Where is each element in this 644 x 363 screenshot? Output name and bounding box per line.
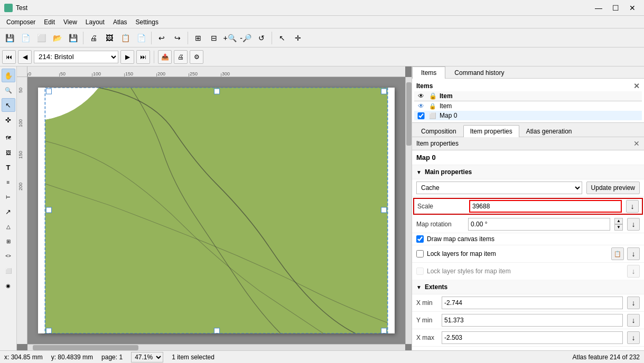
lock-layers-browse-btn[interactable]: 📋 xyxy=(611,247,624,260)
menu-atlas[interactable]: Atlas xyxy=(109,17,132,27)
canvas-scroll-v[interactable] xyxy=(405,77,412,344)
export-pdf-btn[interactable]: 📄 xyxy=(134,31,148,45)
ruler-corner xyxy=(17,66,27,77)
canvas-scroll-h[interactable] xyxy=(27,344,405,350)
zoom-width-btn[interactable]: ⊟ xyxy=(207,31,221,45)
atlas-export-btn[interactable]: 📤 xyxy=(158,50,172,64)
title-bar-controls[interactable]: — ☐ ✕ xyxy=(591,3,640,13)
zoom-in-btn[interactable]: +🔍 xyxy=(222,31,237,45)
menu-edit[interactable]: Edit xyxy=(40,17,59,27)
atlas-feature-select[interactable]: 214: Bristol xyxy=(34,51,118,63)
menu-layout[interactable]: Layout xyxy=(81,17,109,27)
draw-map-canvas-checkbox[interactable] xyxy=(416,235,424,243)
ymin-reset-btn[interactable]: ↓ xyxy=(627,314,640,327)
move-content-btn[interactable]: ✜ xyxy=(2,113,15,127)
zoom-out-btn[interactable]: -🔎 xyxy=(238,31,253,45)
atlas-nav-next-btn[interactable]: ▶ xyxy=(120,50,134,64)
atlas-nav-prev-btn[interactable]: ◀ xyxy=(18,50,32,64)
xmin-input[interactable] xyxy=(442,297,623,309)
atlas-nav-first-btn[interactable]: ⏮ xyxy=(2,50,16,64)
prop-panel-map-title: Map 0 xyxy=(412,150,644,165)
move-item-btn[interactable]: ✛ xyxy=(291,31,305,45)
save-toolbar-btn[interactable]: 💾 xyxy=(2,31,17,45)
pan-btn[interactable]: ✋ xyxy=(2,69,15,82)
atlas-nav-last-btn[interactable]: ⏭ xyxy=(136,50,150,64)
rotation-reset-btn[interactable]: ↓ xyxy=(627,218,640,231)
add-text-btn[interactable]: T xyxy=(2,160,15,174)
menu-settings[interactable]: Settings xyxy=(132,17,163,27)
undo-btn[interactable]: ↩ xyxy=(154,31,169,45)
lock-layer-styles-reset-btn[interactable]: ↓ xyxy=(627,265,640,278)
scale-reset-btn[interactable]: ↓ xyxy=(626,200,639,213)
eye-icon-item[interactable]: 👁 xyxy=(416,102,426,110)
window-title: Test xyxy=(16,4,27,12)
items-panel-close[interactable]: ✕ xyxy=(633,82,640,90)
lock-layers-checkbox[interactable] xyxy=(416,250,424,257)
rotation-spin-up[interactable]: ▲ xyxy=(614,218,623,224)
scale-input[interactable] xyxy=(469,200,622,213)
ruler-tick-250: 250 xyxy=(189,71,198,77)
zoom-full-btn[interactable]: ⊞ xyxy=(191,31,206,45)
add-image-btn[interactable]: 🖼 xyxy=(2,146,15,159)
close-button[interactable]: ✕ xyxy=(625,3,640,13)
menu-composer[interactable]: Composer xyxy=(2,17,40,27)
rotation-spinbox[interactable]: ▲ ▼ xyxy=(614,218,623,231)
ruler-tick-50: 50 xyxy=(59,71,66,77)
lock-icon-item[interactable]: 🔒 xyxy=(428,103,437,110)
map-rotation-input[interactable] xyxy=(468,218,610,231)
prop-panel-header: Item properties ✕ xyxy=(412,137,644,150)
add-shape-btn[interactable]: △ xyxy=(2,219,15,233)
xmax-reset-btn[interactable]: ↓ xyxy=(627,331,640,344)
atlas-settings-btn[interactable]: ⚙ xyxy=(190,50,203,64)
zoom-select[interactable]: 47.1% 25% 50% 75% 100% xyxy=(131,352,163,362)
add-arrow-btn[interactable]: ↗ xyxy=(2,205,15,218)
print-btn[interactable]: 🖨 xyxy=(86,31,101,45)
minimize-button[interactable]: — xyxy=(591,3,606,13)
map0-checkbox[interactable] xyxy=(416,112,426,119)
atlas-print-btn[interactable]: 🖨 xyxy=(174,50,188,64)
xmax-input[interactable] xyxy=(442,331,623,344)
section-extents[interactable]: ▼ Extents xyxy=(412,280,644,294)
add-legend-btn[interactable]: ≡ xyxy=(2,175,15,189)
xmin-reset-btn[interactable]: ↓ xyxy=(627,297,640,309)
open-btn[interactable]: 📂 xyxy=(50,31,64,45)
cache-select[interactable]: Cache Render Rectangle xyxy=(416,182,582,194)
redo-btn[interactable]: ↪ xyxy=(170,31,185,45)
add-scalebar-btn[interactable]: ⊢ xyxy=(2,190,15,204)
add-table-btn[interactable]: ⊞ xyxy=(2,234,15,248)
atlas-bar: ⏮ ◀ 214: Bristol ▶ ⏭ 📤 🖨 ⚙ xyxy=(0,47,644,66)
canvas-area: 0 50 100 150 200 250 300 50 100 150 200 xyxy=(17,66,412,350)
canvas-viewport[interactable] xyxy=(27,77,405,344)
sub-tab-composition[interactable]: Composition xyxy=(414,125,463,137)
rotation-spin-down[interactable]: ▼ xyxy=(614,224,623,231)
save-file-btn[interactable]: 💾 xyxy=(66,31,80,45)
sub-tab-atlas-generation[interactable]: Atlas generation xyxy=(519,125,579,137)
export-image-btn[interactable]: 🖼 xyxy=(102,31,117,45)
add-frame-btn[interactable]: ⬜ xyxy=(2,264,15,278)
new-toolbar-btn[interactable]: 📄 xyxy=(18,31,33,45)
section-main-properties[interactable]: ▼ Main properties xyxy=(412,165,644,179)
map0-lock-icon[interactable]: ⬜ xyxy=(428,112,437,119)
zoom-in-map-btn[interactable]: 🔍 xyxy=(2,83,15,97)
lock-layers-reset-btn[interactable]: ↓ xyxy=(627,247,640,260)
add-html-btn[interactable]: <> xyxy=(2,249,15,263)
scroll-h-thumb[interactable] xyxy=(33,345,138,350)
lock-layer-styles-checkbox[interactable] xyxy=(416,268,424,275)
atlas-settings-lt-btn[interactable]: ◉ xyxy=(2,279,15,292)
svg-rect-7 xyxy=(214,328,219,333)
maximize-button[interactable]: ☐ xyxy=(608,3,623,13)
menu-view[interactable]: View xyxy=(59,17,81,27)
scroll-v-thumb[interactable] xyxy=(406,82,412,146)
ymin-input[interactable] xyxy=(442,314,623,327)
open-templates-btn[interactable]: ⬜ xyxy=(34,31,49,45)
tab-command-history[interactable]: Command history xyxy=(445,66,513,79)
sub-tab-item-properties[interactable]: Item properties xyxy=(463,125,519,137)
select-btn[interactable]: ↖ xyxy=(2,98,15,112)
refresh-btn[interactable]: ↺ xyxy=(254,31,269,45)
add-map-btn[interactable]: 🗺 xyxy=(2,131,15,145)
select-item-btn[interactable]: ↖ xyxy=(275,31,290,45)
tab-items[interactable]: Items xyxy=(412,66,445,79)
prop-panel-close[interactable]: ✕ xyxy=(633,139,640,148)
update-preview-btn[interactable]: Update preview xyxy=(586,182,640,194)
export-svg-btn[interactable]: 📋 xyxy=(118,31,133,45)
